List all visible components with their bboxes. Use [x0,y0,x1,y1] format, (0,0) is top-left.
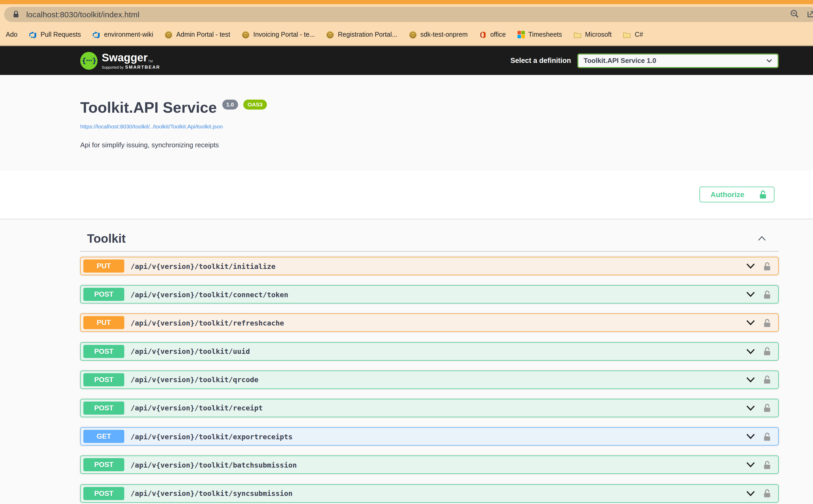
select-definition-label: Select a definition [510,57,571,64]
endpoint-row[interactable]: PUT/api/v{version}/toolkit/refreshcache [80,314,779,332]
bookmark-label: Admin Portal - test [176,31,230,38]
unlock-icon[interactable] [763,403,771,413]
oas3-badge: OAS3 [243,100,267,109]
endpoint-row[interactable]: GET/api/v{version}/toolkit/exportreceipt… [80,427,779,446]
chevron-down-icon[interactable] [746,377,755,383]
bookmark-label: Invoicing Portal - te... [253,31,315,38]
bookmark-item[interactable]: Invoicing Portal - te... [236,24,321,45]
endpoint-row-icons [746,318,771,328]
chevron-down-icon[interactable] [746,433,755,439]
url-text[interactable]: localhost:8030/toolkit/index.html [26,10,139,19]
microsoft-icon [517,31,525,38]
folder-icon [574,31,582,38]
method-badge: POST [83,487,124,500]
partial-toolbar-icon[interactable] [807,9,813,20]
coin-icon [165,31,173,39]
unlock-icon[interactable] [763,375,771,384]
zoom-out-icon[interactable] [790,9,799,20]
office-icon [479,31,487,39]
bookmarks-bar: AdoPull Requestsenvironment-wikiAdmin Po… [0,24,813,46]
bookmark-label: Ado [6,31,18,38]
unlock-icon[interactable] [763,318,771,328]
bookmark-label: Timesheets [528,31,562,38]
unlock-icon[interactable] [763,346,771,356]
endpoint-path: /api/v{version}/toolkit/connect/token [131,290,288,299]
definition-select-value: Toolkit.API Service 1.0 [584,57,656,64]
chevron-down-icon [766,58,772,63]
api-title: Toolkit.API Service [80,99,217,116]
endpoint-row-icons [746,432,771,441]
browser-theme-strip [0,0,813,4]
chevron-down-icon[interactable] [746,291,755,297]
coin-icon [326,31,334,39]
address-bar[interactable]: localhost:8030/toolkit/index.html [4,7,813,22]
endpoint-row[interactable]: POST/api/v{version}/toolkit/batchsubmiss… [80,456,779,474]
api-info-section: Toolkit.API Service 1.0 OAS3 https://loc… [0,75,813,170]
chevron-up-icon[interactable] [758,236,766,241]
coin-icon [242,31,250,39]
bookmark-item[interactable]: Pull Requests [23,24,87,45]
bookmark-label: environment-wiki [104,31,153,38]
bookmark-item[interactable]: office [473,24,512,45]
endpoint-row[interactable]: POST/api/v{version}/toolkit/uuid [80,342,779,360]
bookmark-item[interactable]: Admin Portal - test [159,24,236,45]
chevron-down-icon[interactable] [746,263,755,269]
bookmark-label: Registration Portal... [338,31,397,38]
endpoint-row[interactable]: POST/api/v{version}/toolkit/qrcode [80,371,779,389]
chevron-down-icon[interactable] [746,320,755,326]
bookmark-label: office [490,31,506,38]
site-security-lock-icon[interactable] [12,10,20,18]
scheme-container: Authorize [0,170,813,219]
endpoint-row[interactable]: POST/api/v{version}/toolkit/receipt [80,399,779,417]
endpoint-row[interactable]: POST/api/v{version}/toolkit/syncsubmissi… [80,484,779,502]
chevron-down-icon[interactable] [746,490,755,496]
bookmark-item[interactable]: Timesheets [512,24,568,45]
swagger-topbar: {···} SwaggerTM Supported bySMARTBEAR Se… [0,46,813,75]
swagger-logo[interactable]: {···} SwaggerTM Supported bySMARTBEAR [80,52,160,69]
authorize-button[interactable]: Authorize [699,187,774,202]
chevron-down-icon[interactable] [746,405,755,411]
spec-url-link[interactable]: https://localhost:8030/toolkit/../toolki… [80,123,223,129]
bookmark-item[interactable]: C# [617,24,649,45]
method-badge: POST [83,288,124,301]
version-badge: 1.0 [222,100,238,109]
endpoint-row-icons [746,489,771,498]
unlock-icon[interactable] [763,489,771,498]
endpoint-path: /api/v{version}/toolkit/uuid [131,347,250,355]
method-badge: PUT [83,316,124,329]
toolkit-section-header[interactable]: Toolkit [80,232,779,252]
definition-select[interactable]: Toolkit.API Service 1.0 [577,53,779,68]
endpoint-row-icons [746,375,771,384]
chevron-down-icon[interactable] [746,348,755,354]
swagger-logo-icon: {···} [80,52,98,69]
bookmark-label: C# [635,31,643,38]
bookmark-item[interactable]: Ado [0,24,23,45]
endpoint-row-icons [746,290,771,299]
endpoint-row-icons [746,460,771,470]
bookmark-label: Pull Requests [41,31,81,38]
unlock-icon[interactable] [763,460,771,470]
endpoint-path: /api/v{version}/toolkit/qrcode [131,376,259,384]
unlock-icon[interactable] [763,432,771,441]
unlock-icon [759,190,767,199]
bookmark-item[interactable]: Microsoft [568,24,617,45]
chevron-down-icon[interactable] [746,462,755,468]
endpoint-path: /api/v{version}/toolkit/exportreceipts [131,432,293,441]
method-badge: POST [83,373,124,386]
unlock-icon[interactable] [763,290,771,299]
azure-devops-icon [29,31,37,39]
endpoint-path: /api/v{version}/toolkit/syncsubmission [131,489,293,497]
toolkit-section: Toolkit PUT/api/v{version}/toolkit/initi… [80,232,779,502]
endpoint-row[interactable]: POST/api/v{version}/toolkit/connect/toke… [80,285,779,304]
endpoint-path: /api/v{version}/toolkit/batchsubmission [131,461,297,469]
api-description: Api for simplify issuing, synchronizing … [80,141,779,149]
bookmark-item[interactable]: sdk-test-onprem [403,24,473,45]
bookmark-item[interactable]: Registration Portal... [321,24,403,45]
bookmark-label: Microsoft [585,31,612,38]
unlock-icon[interactable] [763,261,771,271]
swagger-wordmark: SwaggerTM Supported bySMARTBEAR [102,52,160,69]
bookmark-item[interactable]: environment-wiki [87,24,159,45]
endpoint-row-icons [746,346,771,356]
endpoint-row[interactable]: PUT/api/v{version}/toolkit/initialize [80,257,779,275]
method-badge: POST [83,345,124,358]
